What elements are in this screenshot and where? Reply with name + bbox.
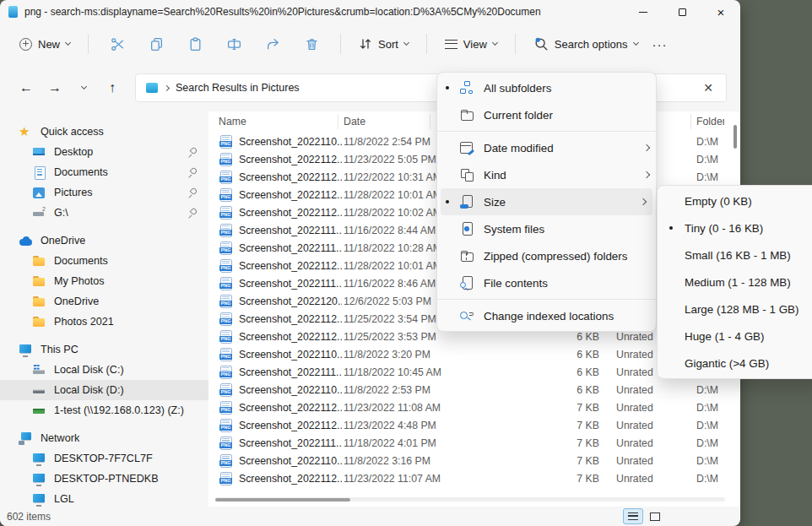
menu-item[interactable]: All subfolders <box>437 74 656 101</box>
menu-item[interactable]: Size <box>441 188 652 215</box>
file-name: Screenshot_2022110... <box>239 455 342 467</box>
pin-icon <box>188 167 198 177</box>
menu-item[interactable]: Date modified <box>437 134 656 161</box>
view-button[interactable]: View <box>437 32 505 57</box>
sidebar-item[interactable]: 1-test (\\192.168.0.123) (Z:) <box>0 400 208 420</box>
rename-button[interactable] <box>215 29 252 59</box>
file-date: 11/23/2022 4:48 PM <box>344 420 462 431</box>
cut-button[interactable] <box>99 29 136 59</box>
menu-item-icon <box>459 167 474 182</box>
sidebar-item[interactable]: OneDrive <box>0 230 208 251</box>
sidebar-item[interactable]: This PC <box>0 339 208 360</box>
png-file-icon <box>220 454 232 468</box>
png-file-icon <box>220 348 232 361</box>
sidebar-item-icon <box>32 363 46 377</box>
menu-item-icon <box>459 221 474 236</box>
chevron-right-icon <box>164 84 170 90</box>
file-size: 7 KB <box>559 473 599 485</box>
column-divider[interactable] <box>338 114 338 129</box>
up-icon: ↑ <box>109 80 116 95</box>
paste-button[interactable] <box>176 29 214 59</box>
file-row[interactable]: Screenshot_2022110... 11/8/2022 3:16 PM … <box>208 453 740 470</box>
submenu-item[interactable]: Large (128 MB - 1 GB) <box>658 296 812 323</box>
copy-button[interactable] <box>138 29 175 59</box>
vertical-scrollbar-thumb[interactable] <box>734 125 737 149</box>
clear-search-button[interactable]: ✕ <box>697 77 719 99</box>
column-divider[interactable] <box>690 114 691 129</box>
submenu-item[interactable]: Gigantic (>4 GB) <box>658 350 812 377</box>
file-name: Screenshot_2022110... <box>239 349 342 361</box>
column-divider[interactable] <box>430 114 430 129</box>
menu-item[interactable]: File contents <box>437 269 656 296</box>
submenu-item[interactable]: Huge (1 - 4 GB) <box>658 323 812 350</box>
column-header-name[interactable]: Name <box>219 116 328 127</box>
submenu-item[interactable]: Medium (1 - 128 MB) <box>658 268 812 296</box>
file-folder-path: D:\M <box>696 384 725 396</box>
details-view-button[interactable] <box>623 508 643 524</box>
app-icon <box>8 6 18 18</box>
back-button[interactable]: ← <box>14 75 39 100</box>
forward-button[interactable]: → <box>42 75 68 100</box>
file-row[interactable]: Screenshot_2022112... 11/23/2022 4:48 PM… <box>208 417 740 435</box>
horizontal-scrollbar-thumb[interactable] <box>215 498 350 502</box>
maximize-button[interactable] <box>663 0 701 24</box>
sidebar-item-label: DESKTOP-7F7CL7F <box>54 453 153 464</box>
up-button[interactable]: ↑ <box>100 75 125 100</box>
large-icons-view-button[interactable] <box>645 508 665 524</box>
minimize-button[interactable] <box>624 0 663 24</box>
column-header-folder[interactable]: Folder <box>696 116 724 127</box>
sidebar-item[interactable]: DESKTOP-PTNEDKB <box>0 469 208 489</box>
file-name: Screenshot_2022120... <box>239 296 342 307</box>
sidebar-item[interactable]: OneDrive <box>0 291 208 312</box>
search-options-label: Search options <box>555 38 628 51</box>
sidebar-item[interactable]: Documents <box>0 251 208 271</box>
menu-item-label: Size <box>484 196 632 209</box>
sidebar-item[interactable]: G:\ <box>0 203 208 223</box>
new-button[interactable]: New <box>12 32 78 57</box>
horizontal-scrollbar[interactable] <box>215 497 725 502</box>
sidebar-item-label: Network <box>41 432 79 444</box>
file-row[interactable]: Screenshot_2022112... 11/23/2022 11:08 A… <box>208 399 740 417</box>
column-header-date[interactable]: Date <box>344 116 428 127</box>
share-button[interactable] <box>254 29 291 59</box>
submenu-item[interactable]: Tiny (0 - 16 KB) <box>658 214 812 241</box>
close-button[interactable]: × <box>701 0 740 24</box>
file-rating: Unrated <box>616 455 667 467</box>
chevron-down-icon <box>65 40 71 46</box>
sidebar-item[interactable]: Desktop <box>0 142 208 162</box>
file-row[interactable]: Screenshot_2022112... 11/23/2022 11:07 A… <box>208 470 740 488</box>
file-name: Screenshot_2022112... <box>239 331 342 343</box>
file-row[interactable]: Screenshot_2022110... 11/8/2022 2:53 PM … <box>208 382 740 399</box>
menu-item[interactable]: Kind <box>437 161 656 188</box>
menu-item[interactable]: Change indexed locations <box>437 302 656 329</box>
sidebar-item-label: Documents <box>54 255 108 267</box>
sidebar-item[interactable]: Pictures <box>0 182 208 203</box>
sidebar-item[interactable]: Local Disk (D:) <box>0 380 208 400</box>
submenu-chevron-icon <box>636 172 649 177</box>
submenu-item[interactable]: Empty (0 KB) <box>658 187 812 214</box>
file-size: 6 KB <box>559 331 599 343</box>
submenu-item[interactable]: Small (16 KB - 1 MB) <box>658 241 812 268</box>
sidebar-item[interactable]: Documents <box>0 162 208 182</box>
menu-item[interactable]: Current folder <box>437 101 656 128</box>
sidebar-item[interactable]: DESKTOP-7F7CL7F <box>0 448 208 469</box>
menu-item[interactable]: System files <box>437 215 656 242</box>
sidebar-item[interactable]: Quick access <box>0 122 208 142</box>
file-row[interactable]: Screenshot_2022111... 11/18/2022 4:01 PM… <box>208 435 740 453</box>
search-options-button[interactable]: Search options <box>526 30 646 57</box>
sidebar-item[interactable]: My Photos <box>0 271 208 291</box>
recent-locations-button[interactable] <box>71 75 96 100</box>
sidebar-item-label: LGL <box>54 493 74 505</box>
sidebar-item[interactable]: Network <box>0 428 208 448</box>
menu-item[interactable]: Zipped (compressed) folders <box>437 242 656 269</box>
sidebar-item[interactable]: Local Disk (C:) <box>0 360 208 380</box>
file-date: 11/18/2022 4:01 PM <box>344 437 462 449</box>
png-file-icon <box>220 241 232 255</box>
sort-button[interactable]: Sort <box>351 31 416 57</box>
sidebar-item[interactable]: Photos 2021 <box>0 312 208 332</box>
sidebar-item[interactable]: LGL <box>0 489 208 507</box>
delete-button[interactable] <box>293 29 330 59</box>
file-name: Screenshot_2022112... <box>239 473 342 485</box>
see-more-button[interactable]: ··· <box>647 38 673 51</box>
sidebar-item-label: 1-test (\\192.168.0.123) (Z:) <box>54 404 184 416</box>
